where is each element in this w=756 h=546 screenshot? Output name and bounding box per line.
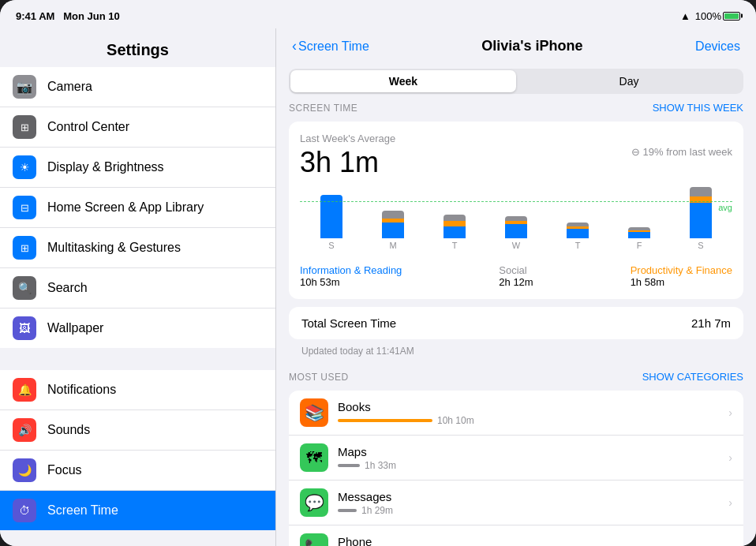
show-this-week-link[interactable]: SHOW THIS WEEK <box>653 102 743 114</box>
sidebar-item-focus[interactable]: 🌙 Focus <box>0 451 275 491</box>
messages-time: 1h 29m <box>361 505 393 516</box>
search-label: Search <box>47 281 88 295</box>
maps-bar-row: 1h 33m <box>338 460 728 471</box>
maps-bar <box>338 464 360 467</box>
multitasking-label: Multitasking & Gestures <box>47 241 181 255</box>
most-used-label: MOST USED <box>289 372 349 383</box>
home-screen-icon: ⊟ <box>13 196 36 219</box>
total-value: 21h 7m <box>691 316 731 330</box>
sidebar-item-sounds[interactable]: 🔊 Sounds <box>0 410 275 451</box>
bar-col-w: W <box>488 187 545 250</box>
messages-icon: 💬 <box>300 488 328 517</box>
segment-week[interactable]: Week <box>290 70 516 92</box>
phone-name: Phone <box>338 535 728 547</box>
control-center-icon: ⊞ <box>13 115 36 139</box>
sidebar-item-display-brightness[interactable]: ☀ Display & Brightness <box>0 148 275 188</box>
bar-stack-f <box>628 227 650 238</box>
legend-info-reading-label: Information & Reading <box>300 264 402 276</box>
sounds-label: Sounds <box>47 423 90 437</box>
app-row-books[interactable]: 📚 Books 10h 10m › <box>289 391 743 436</box>
section-gap-1 <box>0 348 275 370</box>
day-label-s1: S <box>328 241 334 250</box>
sidebar: Settings 📷 Camera ⊞ Control Center ☀ Dis… <box>0 28 276 546</box>
sidebar-item-screen-time[interactable]: ⏱ Screen Time <box>0 491 275 530</box>
updated-text: Updated today at 11:41AM <box>276 344 756 363</box>
right-panel: ‹ Screen Time Olivia's iPhone Devices We… <box>276 28 756 546</box>
bar-col-t2: T <box>549 187 606 250</box>
total-label: Total Screen Time <box>301 316 396 330</box>
sidebar-item-home-screen[interactable]: ⊟ Home Screen & App Library <box>0 188 275 228</box>
focus-label: Focus <box>47 463 82 477</box>
legend-social-time: 2h 12m <box>499 276 533 288</box>
app-row-maps[interactable]: 🗺 Maps 1h 33m › <box>289 436 743 481</box>
day-label-s2: S <box>698 241 703 250</box>
chart-subtitle: Last Week's Average <box>300 133 732 144</box>
bar-chart: avg S <box>300 187 732 258</box>
sidebar-item-wallpaper[interactable]: 🖼 Wallpaper <box>0 309 275 348</box>
sidebar-item-control-center[interactable]: ⊞ Control Center <box>0 107 275 148</box>
segment-control: Week Day <box>289 69 743 94</box>
bar-col-m: M <box>365 187 421 250</box>
nav-back-button[interactable]: ‹ Screen Time <box>292 38 369 54</box>
devices-button[interactable]: Devices <box>695 39 740 54</box>
sidebar-section-2: 🔔 Notifications 🔊 Sounds 🌙 Focus ⏱ Scree… <box>0 370 275 530</box>
nav-bar: ‹ Screen Time Olivia's iPhone Devices <box>276 28 756 64</box>
sounds-icon: 🔊 <box>13 418 36 442</box>
screen-time-section-label: SCREEN TIME <box>289 103 357 114</box>
books-info: Books 10h 10m <box>338 400 728 426</box>
day-label-t2: T <box>575 241 581 250</box>
sidebar-item-search[interactable]: 🔍 Search <box>0 268 275 309</box>
legend-productivity: Productivity & Finance 1h 58m <box>631 264 732 288</box>
sidebar-item-camera[interactable]: 📷 Camera <box>0 67 275 107</box>
display-icon: ☀ <box>13 155 36 179</box>
bar-col-s2: S <box>672 187 729 250</box>
day-label-t1: T <box>452 241 458 250</box>
wifi-icon: ▲ <box>680 10 691 22</box>
books-chevron-icon: › <box>728 406 732 419</box>
chart-legend: Information & Reading 10h 53m Social 2h … <box>300 264 732 288</box>
phone-chevron-icon: › <box>728 541 732 546</box>
wallpaper-icon: 🖼 <box>13 316 36 340</box>
avg-label: avg <box>718 203 732 212</box>
maps-time: 1h 33m <box>365 460 396 471</box>
sidebar-item-multitasking[interactable]: ⊞ Multitasking & Gestures <box>0 228 275 268</box>
bar-stack-m <box>382 211 404 238</box>
show-categories-link[interactable]: SHOW CATEGORIES <box>642 371 743 383</box>
maps-name: Maps <box>338 445 728 458</box>
messages-bar-row: 1h 29m <box>338 505 728 516</box>
books-icon: 📚 <box>300 398 328 427</box>
chart-change: ⊖ 19% from last week <box>631 146 732 158</box>
sidebar-section-1: 📷 Camera ⊞ Control Center ☀ Display & Br… <box>0 67 275 348</box>
status-right: ▲ 100% <box>680 10 740 22</box>
legend-social-label: Social <box>499 264 533 276</box>
day-label-m: M <box>389 241 396 250</box>
legend-social: Social 2h 12m <box>499 264 533 288</box>
focus-icon: 🌙 <box>13 458 36 482</box>
bar-stack-t1 <box>443 215 466 238</box>
messages-name: Messages <box>338 490 728 503</box>
bar-col-t1: T <box>426 187 483 250</box>
camera-label: Camera <box>47 80 92 94</box>
camera-icon: 📷 <box>13 75 36 99</box>
segment-wrap: Week Day <box>276 64 756 94</box>
messages-chevron-icon: › <box>728 496 732 509</box>
home-screen-label: Home Screen & App Library <box>47 200 204 215</box>
status-bar: 9:41 AM Mon Jun 10 ▲ 100% <box>0 0 756 28</box>
most-used-card: 📚 Books 10h 10m › 🗺 Maps <box>289 391 743 546</box>
bars-row: S M <box>300 187 732 250</box>
chart-card: Last Week's Average 3h 1m ⊖ 19% from las… <box>289 122 743 299</box>
books-time: 10h 10m <box>437 415 474 426</box>
wallpaper-label: Wallpaper <box>47 321 103 335</box>
screen-time-label: Screen Time <box>47 503 118 518</box>
app-row-messages[interactable]: 💬 Messages 1h 29m › <box>289 481 743 525</box>
multitasking-icon: ⊞ <box>13 236 36 260</box>
sidebar-item-notifications[interactable]: 🔔 Notifications <box>0 370 275 410</box>
legend-productivity-label: Productivity & Finance <box>631 264 732 276</box>
books-bar-row: 10h 10m <box>338 415 728 426</box>
app-row-phone[interactable]: 📞 Phone 1h 16m › <box>289 525 743 546</box>
books-bar <box>338 419 432 422</box>
day-label-w: W <box>512 241 520 250</box>
maps-icon: 🗺 <box>300 443 328 472</box>
segment-day[interactable]: Day <box>516 70 742 92</box>
battery-icon <box>723 12 740 21</box>
